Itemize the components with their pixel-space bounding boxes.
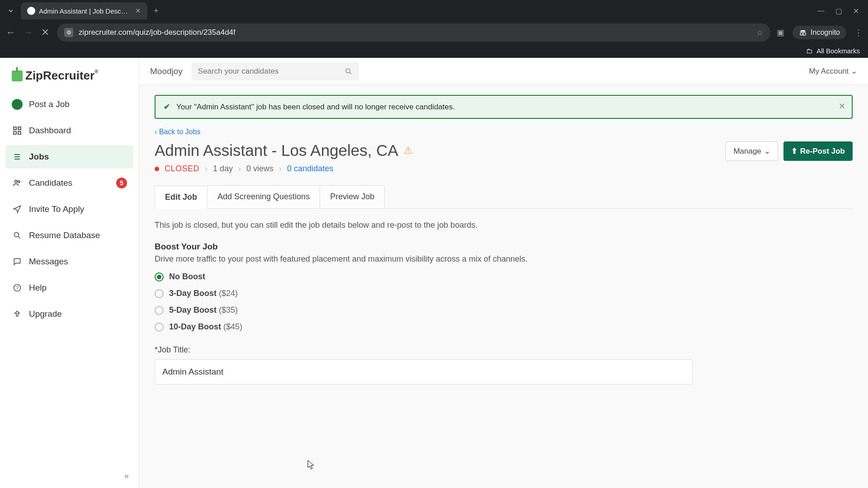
bookmark-bar: 🗀 All Bookmarks xyxy=(0,43,868,58)
svg-point-11 xyxy=(14,232,19,237)
radio-icon xyxy=(155,323,164,332)
sidebar-item-candidates[interactable]: Candidates 5 xyxy=(5,171,133,195)
reload-icon[interactable]: ✕ xyxy=(40,27,51,38)
svg-rect-2 xyxy=(14,127,16,130)
boost-option-3day[interactable]: 3-Day Boost ($24) xyxy=(155,289,853,298)
tab-title: Admin Assistant | Job Descripti xyxy=(39,7,128,15)
tab-bar: Admin Assistant | Job Descripti ✕ + — ▢ … xyxy=(0,0,868,22)
separator-icon: › xyxy=(238,164,241,174)
account-menu[interactable]: My Account ⌄ xyxy=(809,66,857,76)
boost-option-5day[interactable]: 5-Day Boost ($35) xyxy=(155,305,853,315)
candidates-link[interactable]: 0 candidates xyxy=(287,164,333,174)
chat-icon xyxy=(12,256,23,267)
sidebar-item-help[interactable]: ? Help xyxy=(5,276,133,300)
svg-line-12 xyxy=(19,237,20,239)
content: ✔ Your "Admin Assistant" job has been cl… xyxy=(139,85,868,394)
status-label: CLOSED xyxy=(165,164,199,174)
tabs: Edit Job Add Screening Questions Preview… xyxy=(155,185,853,209)
minimize-icon[interactable]: — xyxy=(817,7,825,15)
tab-search-icon[interactable] xyxy=(5,5,17,17)
svg-rect-4 xyxy=(14,131,16,134)
collapse-sidebar-icon[interactable]: « xyxy=(124,471,129,481)
sidebar-item-dashboard[interactable]: Dashboard xyxy=(5,119,133,142)
back-icon[interactable]: ← xyxy=(5,27,16,38)
sidebar-item-post-job[interactable]: + Post a Job xyxy=(5,93,133,116)
boost-option-10day[interactable]: 10-Day Boost ($45) xyxy=(155,322,853,332)
sidebar-item-invite[interactable]: Invite To Apply xyxy=(5,197,133,221)
job-age: 1 day xyxy=(213,164,233,174)
logo-icon xyxy=(12,70,23,81)
address-bar: ← → ✕ ⚙ ziprecruiter.com/quiz/job-descri… xyxy=(0,22,868,43)
page: ZipRecruiter® + Post a Job Dashboard Job… xyxy=(0,58,868,488)
topbar: Moodjoy My Account ⌄ xyxy=(139,58,868,85)
radio-icon xyxy=(155,289,164,298)
job-title-input[interactable] xyxy=(155,359,693,385)
search-field[interactable] xyxy=(198,67,344,76)
separator-icon: › xyxy=(205,164,208,174)
boost-option-no-boost[interactable]: No Boost xyxy=(155,272,853,282)
success-alert: ✔ Your "Admin Assistant" job has been cl… xyxy=(155,95,853,119)
org-name[interactable]: Moodjoy xyxy=(150,66,183,76)
job-views: 0 views xyxy=(246,164,274,174)
window-controls: — ▢ ✕ xyxy=(817,7,863,15)
close-window-icon[interactable]: ✕ xyxy=(853,7,859,15)
job-actions: Manage ⌄ ⬆ Re-Post Job xyxy=(726,141,853,161)
sidebar-item-upgrade[interactable]: Upgrade xyxy=(5,302,133,326)
people-icon xyxy=(12,178,23,188)
favicon-icon xyxy=(27,7,35,15)
warning-icon: ⚠ xyxy=(404,145,413,156)
sidebar-item-jobs[interactable]: Jobs xyxy=(5,145,133,169)
upload-icon: ⬆ xyxy=(791,146,797,156)
closed-note: This job is closed, but you can still ed… xyxy=(155,221,853,230)
repost-button[interactable]: ⬆ Re-Post Job xyxy=(783,141,853,161)
tab-screening[interactable]: Add Screening Questions xyxy=(207,185,320,208)
svg-point-9 xyxy=(15,180,18,183)
svg-text:?: ? xyxy=(16,285,19,291)
job-header: Admin Assistant - Los Angeles, CA ⚠ CLOS… xyxy=(155,141,853,174)
menu-icon[interactable]: ⋮ xyxy=(854,28,863,38)
grid-icon xyxy=(12,125,23,136)
job-title: Admin Assistant - Los Angeles, CA ⚠ xyxy=(155,141,413,160)
tab-edit-job[interactable]: Edit Job xyxy=(155,186,208,209)
check-icon: ✔ xyxy=(164,102,170,112)
browser-tab[interactable]: Admin Assistant | Job Descripti ✕ xyxy=(21,2,147,19)
maximize-icon[interactable]: ▢ xyxy=(835,7,842,15)
sidebar-item-messages[interactable]: Messages xyxy=(5,250,133,273)
list-icon xyxy=(12,151,23,162)
browser-chrome: Admin Assistant | Job Descripti ✕ + — ▢ … xyxy=(0,0,868,58)
close-alert-icon[interactable]: ✕ xyxy=(839,101,845,111)
status-dot-icon xyxy=(155,167,159,171)
svg-point-1 xyxy=(803,33,806,35)
tab-preview[interactable]: Preview Job xyxy=(320,185,385,208)
incognito-badge[interactable]: Incognito xyxy=(793,26,846,39)
logo[interactable]: ZipRecruiter® xyxy=(12,69,133,83)
new-tab-button[interactable]: + xyxy=(154,6,159,16)
svg-rect-3 xyxy=(18,127,21,130)
separator-icon: › xyxy=(279,164,282,174)
all-bookmarks-link[interactable]: All Bookmarks xyxy=(816,47,860,55)
sidebar-item-resume-db[interactable]: Resume Database xyxy=(5,224,133,247)
panel-icon[interactable]: ▣ xyxy=(777,28,784,38)
logo-text: ZipRecruiter® xyxy=(25,69,98,83)
svg-rect-5 xyxy=(18,131,21,134)
back-to-jobs-link[interactable]: ‹ Back to Jobs xyxy=(155,128,200,136)
plus-icon: + xyxy=(12,99,23,110)
forward-icon: → xyxy=(23,27,33,38)
search-icon xyxy=(12,230,23,241)
boost-desc: Drive more traffic to your post with fea… xyxy=(155,254,853,264)
search-input[interactable] xyxy=(192,62,359,80)
bookmark-star-icon[interactable]: ☆ xyxy=(756,28,763,38)
radio-icon xyxy=(155,306,164,315)
svg-point-15 xyxy=(346,69,350,73)
close-tab-icon[interactable]: ✕ xyxy=(135,7,141,15)
manage-button[interactable]: Manage ⌄ xyxy=(726,141,778,161)
svg-point-0 xyxy=(800,33,803,35)
url-input[interactable]: ⚙ ziprecruiter.com/quiz/job-description/… xyxy=(57,23,770,42)
send-icon xyxy=(12,204,23,215)
search-icon[interactable] xyxy=(344,67,353,75)
candidates-badge: 5 xyxy=(116,178,127,188)
chevron-down-icon: ⌄ xyxy=(851,67,857,75)
site-settings-icon[interactable]: ⚙ xyxy=(64,28,73,37)
help-icon: ? xyxy=(12,282,23,293)
alert-text: Your "Admin Assistant" job has been clos… xyxy=(176,103,455,112)
